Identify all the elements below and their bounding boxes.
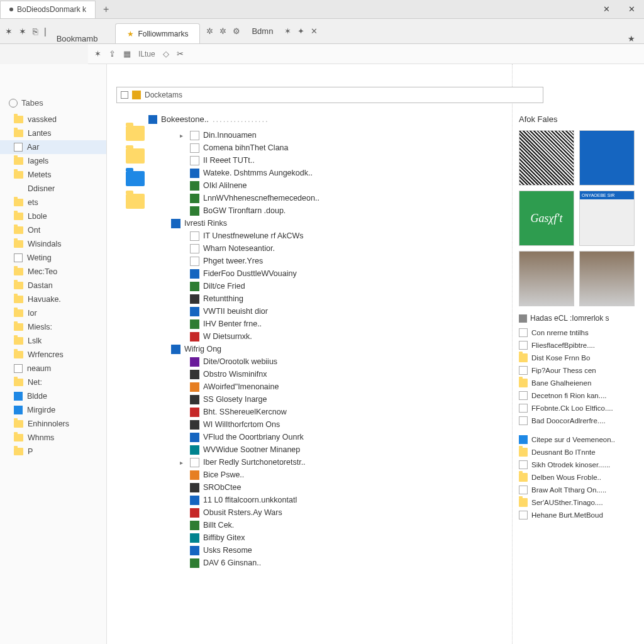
list-item[interactable]: Ivresti Rinks <box>138 217 506 230</box>
list-item[interactable]: IT Unestfnewelune rf AkCWs <box>138 230 506 242</box>
right-list-item[interactable]: Citepe sur d Veemeneon.. <box>519 433 638 446</box>
right-list-item[interactable]: FliesflacefBpibtre.... <box>519 339 638 352</box>
star-tool-icon[interactable]: ✶ <box>94 49 101 58</box>
sidebar-item[interactable]: Wrfencres <box>0 348 106 362</box>
list-item[interactable]: Bht. SShereuelKercnow <box>138 406 506 418</box>
right-list-item[interactable]: Delben Wous Froble.. <box>519 471 638 484</box>
right-list-item[interactable]: Sikh Otrodek kinoser...... <box>519 458 638 471</box>
list-item[interactable]: FiderFoo DusttleWVouainy <box>138 267 506 280</box>
sidebar-item[interactable]: Miesls: <box>0 320 106 334</box>
right-list-item[interactable]: Fip?Aour Thess cen <box>519 364 638 377</box>
person-icon[interactable]: ⚙ <box>233 26 240 36</box>
thumbnail[interactable] <box>519 130 574 186</box>
list-item[interactable]: Wharn Noteseantior. <box>138 242 506 255</box>
thumbnail[interactable] <box>579 130 635 186</box>
favorite-icon[interactable]: ★ <box>619 34 644 43</box>
star4-icon[interactable]: ✦ <box>297 26 304 36</box>
diamond-icon[interactable]: ◇ <box>163 49 169 58</box>
list-item[interactable]: Dite/Orootolk webiius <box>138 355 506 368</box>
list-item[interactable]: IHV Benter frne.. <box>138 318 506 330</box>
right-list-item[interactable]: Braw Aolt Ttharg On..... <box>519 484 638 496</box>
sidebar-item[interactable]: P <box>0 445 106 458</box>
close-button[interactable]: ✕ <box>619 4 644 14</box>
list-item[interactable]: Bice Pswe.. <box>138 469 506 481</box>
list-item[interactable]: Wifrig Ong <box>138 343 506 355</box>
star3-icon[interactable]: ✶ <box>284 26 291 36</box>
sidebar-item[interactable]: Ddisner <box>0 182 106 196</box>
right-list-item[interactable]: Ser'AUSther.Tinago.... <box>519 496 638 509</box>
list-item[interactable]: W Dietsurnxk. <box>138 330 506 343</box>
list-item[interactable]: ▸Iber Redly Surtchonetoretstr.. <box>138 456 506 469</box>
sidebar-item[interactable]: Weting <box>0 251 106 265</box>
list-item[interactable]: VWTII beuisht dior <box>138 305 506 318</box>
sidebar-item[interactable]: Bldde <box>0 389 106 403</box>
sidebar-item[interactable]: Lbole <box>0 209 106 223</box>
tree-folder-icon[interactable] <box>126 194 145 209</box>
sidebar-item[interactable]: Aar <box>0 140 106 154</box>
tool-icon[interactable]: ⎘ <box>33 26 38 36</box>
sidebar-item[interactable]: ets <box>0 196 106 209</box>
list-item[interactable]: DAV 6 Ginsnan.. <box>138 557 506 569</box>
browser-tab[interactable]: BoDieodsDonmark k <box>0 1 96 18</box>
list-item[interactable]: ▸Din.Innouamen <box>138 129 506 142</box>
sidebar-item[interactable]: Wisindals <box>0 237 106 251</box>
list-item[interactable]: Biffiby Gitex <box>138 531 506 544</box>
list-item[interactable]: SS Glosety Inarge <box>138 393 506 406</box>
list-item[interactable]: OIkl Alilnene <box>138 179 506 192</box>
sidebar-item[interactable]: Enhinnolers <box>0 417 106 431</box>
tree-folder-icon[interactable] <box>126 148 145 164</box>
tree-folder-icon[interactable] <box>126 171 145 186</box>
star-icon[interactable]: ✶ <box>5 26 13 36</box>
sidebar-item[interactable]: Whnms <box>0 431 106 445</box>
sidebar-item[interactable]: Ont <box>0 223 106 237</box>
sidebar-item[interactable]: Lantes <box>0 126 106 140</box>
right-list-item[interactable]: FFobnte.Ck Loo Eltfico.... <box>519 402 638 414</box>
thumbnail[interactable]: Gasχf't <box>519 191 574 246</box>
list-item[interactable]: WVWidue Sootner Minanep <box>138 443 506 456</box>
sidebar-item[interactable]: Net: <box>0 375 106 389</box>
list-item[interactable]: BoGW Tironftarn .doup. <box>138 204 506 217</box>
right-list-item[interactable]: Hehane Burt.MetBoud <box>519 509 638 521</box>
pin-icon[interactable]: ⇪ <box>109 49 116 58</box>
right-list-item[interactable]: Deusnant Bo lTnnte <box>519 446 638 458</box>
grid-icon[interactable]: ▦ <box>123 49 131 58</box>
sidebar-item[interactable]: Dastan <box>0 279 106 292</box>
sidebar-item[interactable]: Lslk <box>0 334 106 348</box>
list-item[interactable]: Obusit Rsters.Ay Wars <box>138 506 506 519</box>
sidebar-item[interactable]: vassked <box>0 113 106 126</box>
minimize-button[interactable]: ✕ <box>594 4 619 14</box>
sidebar-item[interactable]: Metets <box>0 168 106 182</box>
list-item[interactable]: Phget tweer.Yres <box>138 255 506 267</box>
list-item[interactable]: Retuntthing <box>138 292 506 305</box>
sidebar-item[interactable]: Mirgirde <box>0 403 106 417</box>
list-item[interactable]: LnnWVhhenescnefhemecedeon.. <box>138 192 506 204</box>
right-list-item[interactable]: Decetnon fi Rion kan.... <box>519 389 638 402</box>
sparkle-icon[interactable]: ✲ <box>219 26 226 36</box>
list-item[interactable]: II Reeet TUTt.. <box>138 154 506 167</box>
gear-icon[interactable]: ✲ <box>206 26 213 36</box>
address-bar[interactable]: Docketams <box>116 87 543 103</box>
sidebar-item[interactable]: Havuake. <box>0 292 106 306</box>
star2-icon[interactable]: ✶ <box>19 26 26 36</box>
sidebar-item[interactable]: Ior <box>0 306 106 320</box>
new-tab-button[interactable]: + <box>96 4 116 15</box>
right-list-item[interactable]: Bane Ghalheienen <box>519 377 638 389</box>
close-tab-icon[interactable]: ✕ <box>311 26 318 36</box>
list-item[interactable]: AWoirfed"Imenonaine <box>138 380 506 393</box>
sidebar-item[interactable]: Iagels <box>0 154 106 168</box>
right-list-item[interactable]: Con nrerne tntilhs <box>519 326 638 339</box>
list-item[interactable]: Billt Cek. <box>138 519 506 531</box>
list-item[interactable]: Obstro Wisminifnx <box>138 368 506 380</box>
list-item[interactable]: 11 L0 ffitalcoorn.unkkontatl <box>138 494 506 506</box>
list-item[interactable]: Wateke. Dshtmms Aungekodk.. <box>138 167 506 179</box>
tab-bookmarks[interactable]: ★ Folliowmmarks <box>115 23 200 43</box>
thumbnail[interactable] <box>519 251 574 306</box>
list-item[interactable]: VFlud the Ooortbriany Ounrk <box>138 431 506 443</box>
list-item[interactable]: Dilt/ce Fried <box>138 280 506 292</box>
list-item[interactable]: Usks Resome <box>138 544 506 557</box>
thumbnail[interactable]: ONYAOEBE SIR <box>579 191 635 246</box>
sidebar-item[interactable]: Mec:Teo <box>0 265 106 279</box>
thumbnail[interactable] <box>579 251 635 306</box>
list-item[interactable]: SRObCtee <box>138 481 506 494</box>
list-item[interactable]: Comena bihnThet Clana <box>138 142 506 154</box>
